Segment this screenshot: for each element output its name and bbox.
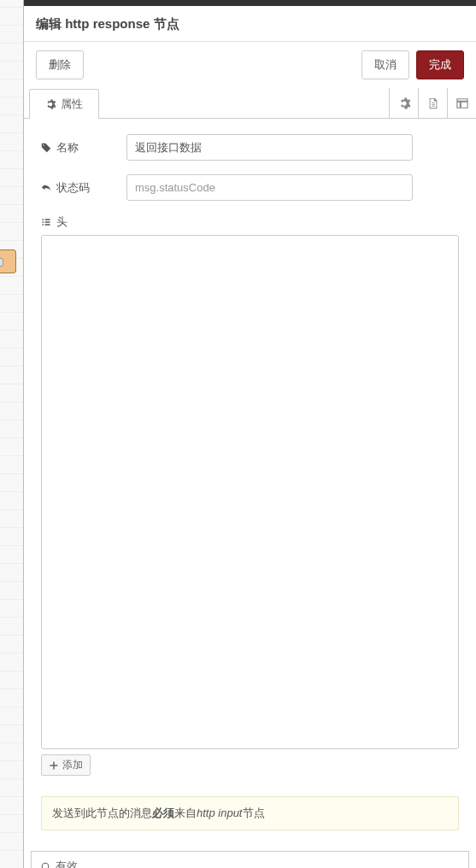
reply-icon [41, 183, 51, 193]
doc-icon [427, 97, 439, 109]
headers-label: 头 [41, 214, 459, 230]
headers-list[interactable] [41, 235, 459, 749]
panel-title: 编辑 http response 节点 [36, 16, 464, 32]
plus-icon [49, 760, 59, 771]
gear-icon [398, 97, 410, 109]
list-icon [41, 217, 51, 227]
note-strong: 必须 [152, 806, 174, 819]
cancel-button[interactable]: 取消 [361, 50, 409, 79]
add-header-button[interactable]: 添加 [41, 754, 91, 776]
tabs-spacer [99, 88, 389, 118]
status-input[interactable] [126, 174, 413, 201]
enabled-toggle-row[interactable]: 有效 [31, 851, 469, 868]
name-input[interactable] [126, 134, 413, 161]
add-button-label: 添加 [62, 758, 83, 772]
done-button[interactable]: 完成 [416, 50, 464, 79]
note-emph: http input [197, 806, 243, 819]
tab-layout-icon-button[interactable] [447, 88, 476, 118]
panel-header: 编辑 http response 节点 [24, 6, 476, 42]
tab-settings-icon-button[interactable] [389, 88, 418, 118]
name-label: 名称 [41, 140, 121, 155]
note-prefix: 发送到此节点的消息 [52, 806, 152, 819]
note-mid: 来自 [174, 806, 197, 819]
delete-button[interactable]: 删除 [36, 50, 84, 79]
tab-doc-icon-button[interactable] [418, 88, 447, 118]
button-row: 删除 取消 完成 [24, 42, 476, 88]
info-note: 发送到此节点的消息必须来自http input节点 [41, 796, 459, 830]
editor-panel: 编辑 http response 节点 删除 取消 完成 属性 名称 [23, 0, 476, 868]
tab-properties[interactable]: 属性 [29, 89, 99, 119]
circle-icon [40, 861, 50, 868]
top-bar [24, 0, 476, 6]
gear-icon [45, 99, 56, 109]
tab-properties-label: 属性 [61, 97, 83, 112]
tag-icon [41, 143, 51, 153]
status-label: 状态码 [41, 180, 121, 196]
status-label-text: 状态码 [56, 180, 90, 196]
tabs-row: 属性 [24, 88, 476, 119]
name-row: 名称 [41, 134, 459, 161]
name-label-text: 名称 [56, 140, 79, 155]
enabled-label: 有效 [56, 859, 78, 868]
note-suffix: 节点 [243, 806, 265, 819]
layout-icon [456, 97, 468, 109]
svg-point-0 [42, 863, 49, 868]
canvas-background[interactable] [0, 0, 26, 868]
node-port[interactable] [0, 258, 3, 267]
headers-label-text: 头 [56, 214, 68, 230]
form-area: 名称 状态码 头 添加 [24, 119, 476, 784]
status-row: 状态码 [41, 174, 459, 201]
form-scroll-area: 名称 状态码 头 添加 发送到此节点的消息必须来自 [24, 119, 476, 868]
